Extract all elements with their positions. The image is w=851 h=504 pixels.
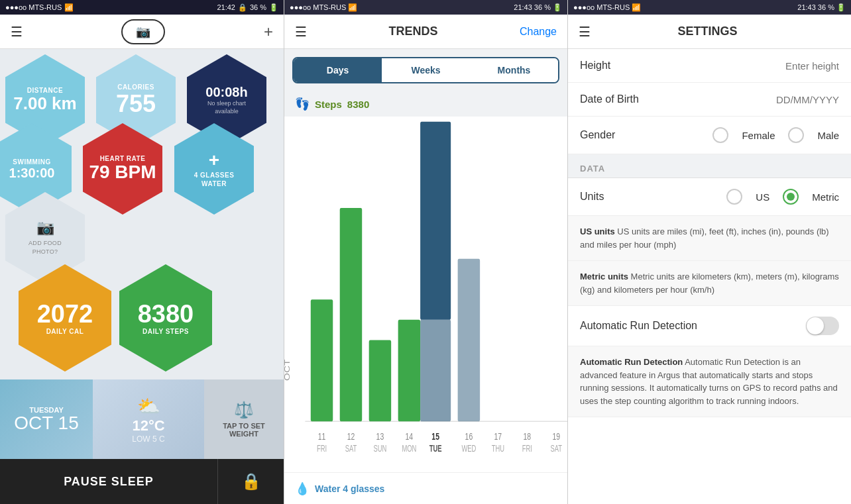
metric-radio[interactable]	[783, 189, 799, 205]
status-left-1: ●●●oo MTS-RUS 📶	[5, 3, 74, 12]
svg-rect-3	[311, 299, 333, 421]
status-left-2: ●●●oo MTS-RUS 📶	[290, 3, 357, 12]
female-label: Female	[742, 130, 775, 141]
settings-panel: ●●●oo MTS-RUS 📶 21:43 36 % 🔋 ☰ SETTINGS …	[567, 0, 851, 504]
metric-units-info: Metric units Metric units are kilometers…	[568, 261, 851, 306]
tab-bar: Days Weeks Months	[292, 57, 559, 83]
heart-value: 79 BPM	[89, 162, 156, 183]
svg-text:13: 13	[376, 430, 384, 442]
male-radio[interactable]	[788, 127, 804, 143]
dob-input[interactable]	[733, 94, 839, 105]
height-input[interactable]	[733, 60, 839, 72]
dob-row: Date of Birth	[568, 83, 851, 117]
daily-steps-value: 8380	[138, 301, 194, 328]
svg-text:FRI: FRI	[317, 443, 327, 454]
us-units-info: US units US units are miles (mi), feet (…	[568, 216, 851, 261]
add-icon[interactable]: +	[264, 23, 273, 41]
units-row: Units US Metric	[568, 178, 851, 216]
hex-daily-cal[interactable]: 2072 DAILY CAL	[19, 264, 111, 372]
battery-icon-1: 🔒	[238, 3, 247, 12]
height-row: Height	[568, 49, 851, 83]
water-glasses-label: Water 4 glasses	[315, 483, 384, 494]
trends-panel: ●●●oo MTS-RUS 📶 21:43 36 % 🔋 ☰ TRENDS Ch…	[284, 0, 567, 504]
weight-icon: ⚖️	[234, 401, 254, 419]
auto-run-toggle[interactable]	[806, 317, 839, 335]
daily-cal-value: 2072	[37, 301, 93, 328]
svg-text:18: 18	[523, 430, 531, 442]
toggle-thumb	[807, 317, 824, 334]
settings-title: SETTINGS	[677, 25, 737, 38]
chart-header: 👣 Steps 8380	[284, 91, 567, 117]
settings-list: Height Date of Birth Gender Female Male …	[568, 49, 851, 504]
steps-icon: 👣	[295, 97, 310, 111]
battery-bar-3: 🔋	[836, 3, 846, 11]
calories-value: 755	[116, 91, 156, 117]
carrier-1: ●●●oo MTS-RUS	[5, 3, 62, 11]
metric-radio-dot	[787, 193, 795, 201]
swimming-label: SWIMMING	[13, 158, 50, 166]
water-label: 4 GLASSESWATER	[194, 171, 235, 188]
status-right-1: 21:42 🔒 36 % 🔋	[217, 3, 278, 12]
gender-row: Gender Female Male	[568, 117, 851, 154]
trends-title: TRENDS	[388, 25, 437, 38]
status-right-2: 21:43 36 % 🔋	[514, 3, 562, 12]
svg-rect-15	[420, 122, 451, 320]
camera-button[interactable]: 📷	[121, 19, 165, 44]
status-right-3: 21:43 36 % 🔋	[797, 3, 846, 12]
tab-days[interactable]: Days	[294, 58, 382, 82]
status-bar-3: ●●●oo MTS-RUS 📶 21:43 36 % 🔋	[568, 0, 851, 15]
svg-rect-12	[398, 320, 420, 421]
change-button[interactable]: Change	[520, 26, 557, 38]
tab-weeks[interactable]: Weeks	[382, 58, 470, 82]
battery-1: 36 %	[250, 3, 266, 11]
sleep-time: 00:08h	[205, 85, 247, 100]
menu-icon-1[interactable]: ☰	[11, 24, 23, 40]
svg-text:OCT: OCT	[284, 360, 292, 381]
us-radio[interactable]	[726, 189, 742, 205]
svg-rect-16	[420, 320, 451, 421]
svg-text:15: 15	[431, 430, 439, 442]
chart-svg: OCT 11 FRI 12 SAT 13 SUN 14 MON 15 TUE	[284, 117, 567, 472]
auto-run-row: Automatic Run Detection	[568, 306, 851, 346]
steps-value: 8380	[347, 99, 369, 110]
lock-button[interactable]: 🔒	[217, 459, 284, 504]
chart-area: OCT 11 FRI 12 SAT 13 SUN 14 MON 15 TUE	[284, 117, 567, 472]
carrier-3: ●●●oo MTS-RUS	[573, 3, 630, 11]
wifi-icon-2: 📶	[348, 3, 357, 11]
water-drop-icon: 💧	[295, 481, 310, 496]
time-2: 21:43	[514, 3, 532, 11]
carrier-2: ●●●oo MTS-RUS	[290, 3, 346, 11]
sleep-sub: No sleep chartavailable	[207, 100, 246, 115]
svg-text:MON: MON	[402, 443, 416, 454]
camera-icon: 📷	[136, 25, 150, 39]
svg-text:SUN: SUN	[373, 443, 386, 454]
svg-rect-6	[340, 208, 362, 421]
battery-bar-2: 🔋	[553, 3, 562, 11]
weather-icon: ⛅	[137, 395, 160, 417]
female-radio[interactable]	[712, 127, 728, 143]
weight-block[interactable]: ⚖️ TAP TO SETWEIGHT	[204, 379, 284, 459]
pause-bar: PAUSE SLEEP 🔒	[0, 459, 284, 504]
svg-text:SAT: SAT	[550, 443, 562, 454]
steps-label: Steps	[315, 99, 342, 110]
male-label: Male	[817, 130, 839, 141]
gender-label: Gender	[580, 129, 712, 141]
tab-months[interactable]: Months	[470, 58, 558, 82]
svg-text:THU: THU	[492, 443, 504, 454]
svg-text:17: 17	[494, 430, 502, 442]
svg-text:11: 11	[318, 430, 326, 442]
weight-text: TAP TO SETWEIGHT	[223, 422, 265, 438]
wifi-icon-3: 📶	[632, 3, 641, 11]
pause-sleep-button[interactable]: PAUSE SLEEP	[0, 459, 217, 504]
us-label: US	[756, 191, 769, 203]
menu-icon-2[interactable]: ☰	[295, 24, 307, 40]
hex-daily-steps[interactable]: 8380 DAILY STEPS	[119, 264, 212, 372]
svg-text:WED: WED	[461, 443, 476, 454]
weather-block: ⛅ 12°C LOW 5 C	[93, 379, 204, 459]
status-left-3: ●●●oo MTS-RUS 📶	[573, 3, 641, 12]
menu-icon-3[interactable]: ☰	[579, 24, 591, 40]
auto-run-info-text: Automatic Run Detection Automatic Run De…	[580, 356, 839, 407]
swimming-value: 1:30:00	[9, 166, 55, 180]
temp-label: 12°C	[132, 417, 164, 434]
chart-footer: 💧 Water 4 glasses	[284, 472, 567, 504]
